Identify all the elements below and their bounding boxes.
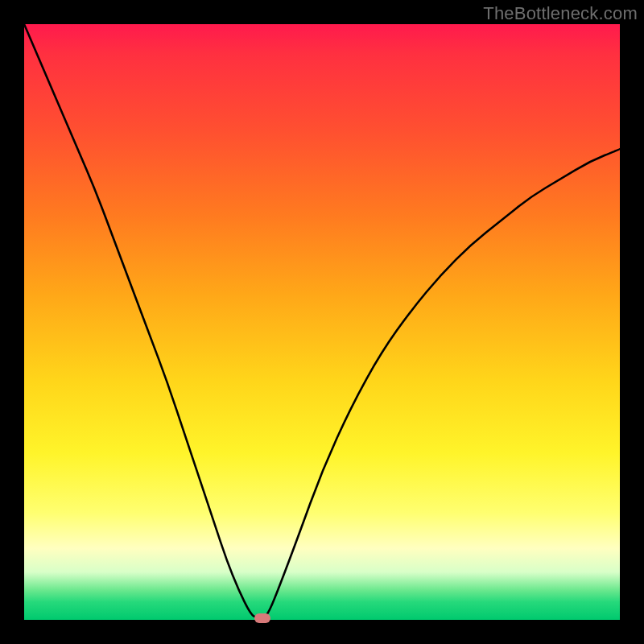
plot-area [24,24,620,620]
watermark-text: TheBottleneck.com [483,3,638,24]
minimum-marker [254,613,270,623]
chart-frame: TheBottleneck.com [0,0,644,644]
curve-svg [24,24,620,620]
bottleneck-curve-path [24,24,620,618]
